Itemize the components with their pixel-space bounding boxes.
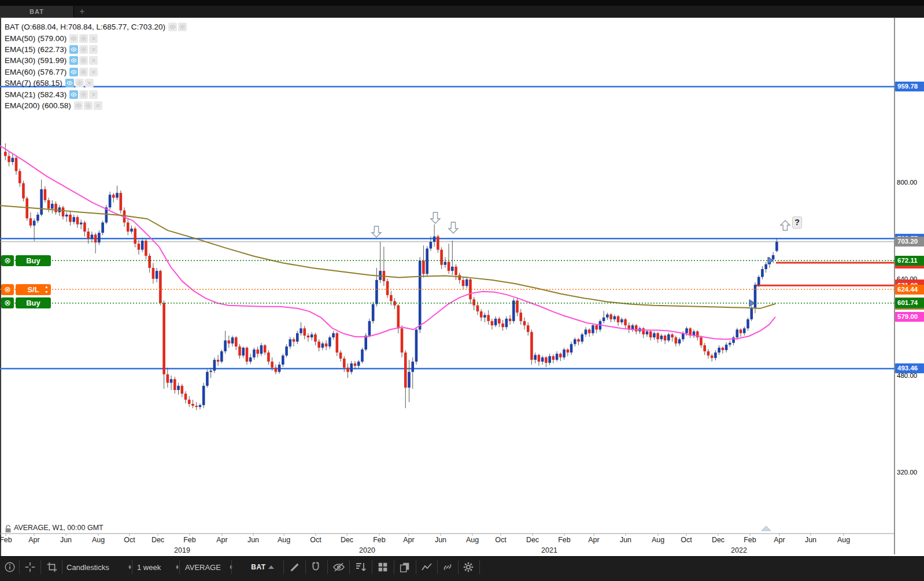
question-annotation[interactable]: ? (792, 216, 802, 229)
close-order-button[interactable]: ⊗ (1, 297, 14, 308)
eye-icon[interactable] (168, 23, 177, 31)
month-label: Oct (681, 536, 692, 544)
legend-label: BAT (O:688.04, H:708.84, L:685.77, C:703… (5, 23, 165, 31)
month-label: Apr (403, 536, 414, 544)
year-label: 2022 (731, 546, 747, 554)
legend-row: BAT (O:688.04, H:708.84, L:685.77, C:703… (5, 21, 187, 32)
eye-icon[interactable] (69, 90, 78, 99)
eye-icon[interactable] (69, 34, 78, 43)
toolbar-separator (62, 560, 62, 574)
average-label: AVERAGE (185, 563, 221, 572)
gear-icon[interactable] (79, 90, 88, 99)
trading-app: BAT (O:688.04, H:708.84, L:685.77, C:703… (0, 0, 924, 581)
eye-icon[interactable] (74, 101, 83, 110)
info-icon[interactable] (3, 560, 16, 574)
close-icon[interactable]: × (89, 34, 98, 43)
pencil-icon[interactable] (289, 560, 301, 574)
month-label: Dec (712, 536, 725, 544)
close-order-button[interactable]: ⊗ (1, 255, 14, 266)
gear-icon[interactable] (75, 79, 84, 87)
month-label: Aug (837, 536, 850, 544)
month-label: Dec (341, 536, 353, 544)
caret-up-icon[interactable] (268, 560, 275, 574)
new-tab-button[interactable]: + (75, 6, 89, 17)
average-dropdown[interactable]: AVERAGE ▲▼ (185, 560, 221, 574)
crop-icon[interactable] (46, 560, 58, 574)
month-label: Feb (183, 536, 196, 544)
sl-order-label[interactable]: S/L▲▼ (16, 284, 51, 295)
toolbar-separator (19, 560, 20, 574)
timeframe-dropdown[interactable]: 1 week ▲▼ (137, 560, 161, 574)
link-icon[interactable] (441, 560, 454, 574)
month-label: Aug (278, 536, 290, 544)
lock-icon (5, 525, 12, 533)
close-icon[interactable]: × (85, 79, 94, 87)
toolbar-separator (479, 560, 480, 574)
legend-label: SMA(21) (582.43) (5, 90, 66, 99)
gear-icon[interactable] (84, 101, 93, 110)
chevron-updown-icon: ▲▼ (175, 565, 179, 569)
toolbar-separator (327, 560, 328, 574)
month-label: Jun (805, 536, 816, 544)
close-icon[interactable]: × (94, 101, 102, 110)
chart-type-dropdown[interactable]: Candlesticks ▲▼ (66, 560, 109, 574)
eye-icon[interactable] (65, 79, 74, 87)
gear-icon[interactable] (178, 23, 187, 31)
tab-bat[interactable]: BAT (0, 6, 74, 17)
sl-stepper[interactable]: ▲▼ (45, 284, 49, 295)
price-label-601.74[interactable]: 601.74 (895, 298, 924, 308)
legend-label: EMA(15) (622.73) (5, 45, 66, 54)
month-label: Apr (216, 536, 227, 544)
gear-icon[interactable] (462, 560, 475, 574)
chart-type-label: Candlesticks (66, 563, 109, 572)
price-label-703.20[interactable]: 703.20 (895, 237, 924, 247)
timeframe-label: 1 week (137, 563, 161, 572)
year-label: 2019 (174, 546, 190, 554)
price-tick: 800.00 (897, 179, 917, 186)
price-label-493.46[interactable]: 493.46 (895, 363, 924, 373)
toolbar-separator (394, 560, 394, 574)
toolbar-separator (437, 560, 438, 574)
grid-icon[interactable] (376, 560, 389, 574)
eye-slash-icon[interactable] (332, 560, 346, 574)
close-order-button[interactable]: ⊗ (1, 284, 14, 295)
legend-label: EMA(50) (579.00) (5, 34, 66, 43)
copy-icon[interactable] (398, 560, 411, 574)
gear-icon[interactable] (79, 56, 88, 65)
month-label: Feb (0, 536, 12, 544)
close-icon[interactable]: × (89, 90, 98, 99)
buy-order-label[interactable]: Buy (16, 297, 51, 308)
price-label-672.11[interactable]: 672.11 (895, 256, 924, 266)
month-label: Aug (466, 536, 479, 544)
month-label: Feb (558, 536, 571, 544)
toolbar-separator (283, 560, 284, 574)
price-label-959.78[interactable]: 959.78 (895, 82, 924, 91)
month-label: Jun (247, 536, 259, 544)
eye-icon[interactable] (69, 45, 78, 54)
month-label: Dec (526, 536, 539, 544)
gear-icon[interactable] (79, 34, 88, 43)
eye-icon[interactable] (69, 68, 78, 76)
month-label: Aug (652, 536, 664, 544)
legend-row: EMA(30) (591.99)× (5, 55, 187, 66)
eye-icon[interactable] (69, 56, 78, 65)
gear-icon[interactable] (79, 45, 88, 54)
price-label-624.44[interactable]: 624.44 (895, 285, 924, 295)
polyline-icon[interactable] (420, 560, 434, 574)
toolbar-separator (132, 560, 132, 574)
month-label: Aug (92, 536, 105, 544)
window-top-strip (0, 0, 924, 6)
close-icon[interactable]: × (89, 45, 98, 54)
toolbar-separator (179, 560, 180, 574)
magnet-icon[interactable] (309, 560, 322, 574)
price-label-579.00[interactable]: 579.00 (895, 312, 924, 322)
close-icon[interactable]: × (89, 56, 98, 65)
legend-label: EMA(30) (591.99) (5, 56, 66, 65)
gear-icon[interactable] (79, 68, 88, 76)
toolbar-separator (231, 560, 232, 574)
month-label: Feb (373, 536, 386, 544)
sort-icon[interactable] (354, 560, 368, 574)
close-icon[interactable]: × (89, 68, 98, 76)
buy-order-label[interactable]: Buy (16, 255, 51, 266)
crosshair-icon[interactable] (24, 560, 36, 574)
